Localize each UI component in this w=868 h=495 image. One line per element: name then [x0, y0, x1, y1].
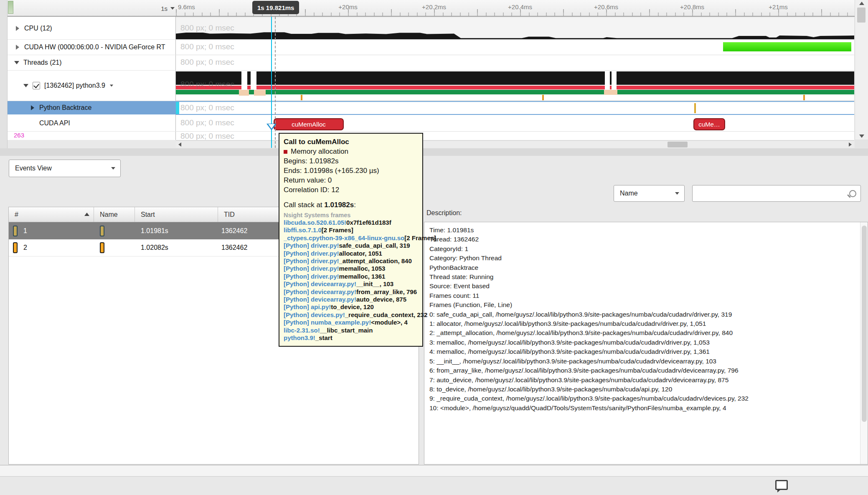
- row-label: CPU (12): [24, 25, 52, 32]
- stack-frame: [Python] devices.py!_require_cuda_contex…: [284, 311, 418, 319]
- tooltip-return: Return value: 0: [284, 175, 418, 185]
- description-label: Description:: [426, 209, 462, 217]
- timeline-zoom-label: 1s: [161, 5, 168, 12]
- stack-frame: [Python] devicearray.py!from_array_like,…: [284, 288, 418, 296]
- description-panel[interactable]: Time: 1.01981s Thread: 1362462 CategoryI…: [424, 222, 868, 465]
- stack-frame: [Python] api.py!to_device, 120: [284, 303, 418, 311]
- bar-gap: [605, 71, 610, 89]
- search-icon[interactable]: [849, 190, 856, 197]
- scrollbar-thumb[interactable]: [857, 8, 865, 23]
- sidebar-row-python-backtrace[interactable]: Python Backtrace: [8, 101, 199, 114]
- row-label: CUDA HW (0000:06:00.0 - NVIDIA GeForce R…: [24, 43, 165, 51]
- filter-field-label: Name: [620, 190, 638, 197]
- scrollbar-thumb[interactable]: [862, 226, 867, 422]
- lane-size-hint: 800 px; 0 msec: [180, 118, 234, 127]
- chevron-down-icon[interactable]: [110, 85, 113, 87]
- stack-frame: [Python] devicearray.py!__init__, 103: [284, 280, 418, 288]
- event-type-icon: [13, 226, 18, 236]
- backtrace-tick[interactable]: [694, 103, 696, 113]
- row-label: CUDA API: [39, 119, 70, 127]
- filter-field-dropdown[interactable]: Name: [614, 185, 685, 202]
- sidebar-row-cpu[interactable]: CPU (12): [8, 18, 184, 40]
- chevron-down-icon[interactable]: [14, 61, 19, 64]
- panel-splitter[interactable]: [0, 148, 868, 156]
- category-color-icon: [284, 150, 287, 154]
- timeline-horizontal-scrollbar[interactable]: [176, 140, 854, 148]
- tooltip-title: Call to cuMemAlloc: [284, 137, 418, 147]
- event-tick[interactable]: [542, 95, 544, 100]
- chevron-right-icon[interactable]: [16, 26, 19, 31]
- chevron-down-icon: [111, 167, 115, 170]
- thread-state-bar-red[interactable]: [176, 86, 854, 89]
- event-type-icon: [100, 226, 104, 236]
- gpu-kernel-bar[interactable]: [723, 42, 851, 51]
- scroll-left-icon[interactable]: [178, 142, 181, 147]
- events-view-label: Events View: [15, 165, 52, 172]
- lane-size-hint: 800 px; 0 msec: [180, 42, 234, 51]
- timeline-vertical-scrollbar[interactable]: [855, 0, 868, 140]
- lane-python-backtrace[interactable]: 800 px; 0 msec: [176, 101, 854, 115]
- chevron-down-icon: [675, 192, 679, 195]
- chevron-down-icon[interactable]: [23, 84, 28, 87]
- sidebar-row-python-thread[interactable]: [1362462] python3.9: [8, 71, 192, 101]
- lane-overflow[interactable]: 800 px; 0 msec: [176, 132, 854, 140]
- tooltip-begins: Begins: 1.01982s: [284, 156, 418, 166]
- nsight-systems-window: 1s 9.6ms +20ms +20.2ms +20.4ms +20.6ms +…: [0, 0, 868, 495]
- cuda-api-event-cumemalloc-2[interactable]: cuMe…: [693, 118, 725, 130]
- description-text: Time: 1.01981s Thread: 1362462 CategoryI…: [429, 226, 851, 413]
- scrollbar-thumb[interactable]: [667, 142, 688, 147]
- scroll-up-icon[interactable]: [859, 2, 864, 5]
- tooltip-frames-source: Nsight Systems frames: [284, 211, 418, 219]
- lane-threads[interactable]: 800 px; 0 msec: [176, 55, 854, 71]
- description-scrollbar[interactable]: [860, 222, 868, 464]
- lane-size-hint: 800 px; 0 msec: [180, 23, 234, 33]
- stack-frame: python3.9!_start: [284, 334, 418, 342]
- lane-cpu[interactable]: 800 px; 0 msec: [176, 18, 854, 40]
- event-tick[interactable]: [301, 95, 302, 100]
- sidebar-row-cuda-hw[interactable]: CUDA HW (0000:06:00.0 - NVIDIA GeForce R…: [8, 40, 184, 55]
- chevron-down-icon: [170, 7, 175, 10]
- column-header-name[interactable]: Name: [94, 207, 135, 222]
- status-bar: [0, 477, 868, 495]
- console-feedback-icon[interactable]: [775, 480, 788, 490]
- stack-frame: [Python] driver.py!memalloc, 1361: [284, 273, 418, 280]
- cuda-api-event-cumemalloc[interactable]: cuMemAlloc: [274, 118, 344, 130]
- thread-state-mark: [604, 90, 617, 95]
- lane-python-thread[interactable]: 800 px; 0 msec: [176, 71, 854, 101]
- stack-frame: _ctypes.cpython-39-x86_64-linux-gnu.so[2…: [284, 234, 418, 242]
- timeline-ruler[interactable]: 1s 9.6ms +20ms +20.2ms +20.4ms +20.6ms +…: [0, 0, 868, 17]
- thread-visibility-checkbox[interactable]: [33, 82, 40, 89]
- timeline-cursor-badge: 1s 19.821ms: [252, 1, 299, 14]
- event-tick[interactable]: [803, 95, 805, 100]
- scroll-right-icon[interactable]: [849, 142, 852, 147]
- sidebar-row-threads[interactable]: Threads (21): [8, 55, 183, 71]
- events-view-dropdown[interactable]: Events View: [9, 160, 121, 177]
- column-header-num[interactable]: #: [9, 207, 94, 222]
- event-tooltip: Call to cuMemAlloc Memory allocation Beg…: [279, 133, 423, 347]
- lane-size-hint: 800 px; 0 msec: [180, 58, 234, 67]
- scroll-down-icon[interactable]: [859, 135, 864, 138]
- timeline-zoom-dropdown[interactable]: 1s: [147, 4, 175, 13]
- lane-size-hint: 800 px; 0 msec: [180, 103, 234, 112]
- lane-size-hint: 800 px; 0 msec: [180, 80, 234, 89]
- thread-state-mark: [254, 90, 266, 96]
- stack-frame: [Python] driver.py!memalloc, 1053: [284, 265, 418, 272]
- event-type-icon: [100, 242, 104, 253]
- chevron-right-icon[interactable]: [31, 105, 34, 110]
- sort-ascending-icon[interactable]: [84, 213, 89, 216]
- stack-frame: [Python] numba_example.py!<module>, 4: [284, 319, 418, 326]
- thread-state-bar-black[interactable]: [176, 71, 854, 85]
- lane-cuda-hw[interactable]: 800 px; 0 msec: [176, 40, 854, 55]
- stack-frame: [Python] devicearray.py!auto_device, 875: [284, 296, 418, 303]
- lane-cuda-api[interactable]: 800 px; 0 msec cuMemAlloc cuMe…: [176, 115, 854, 132]
- thread-state-mark: [239, 90, 249, 96]
- thread-state-bar-green[interactable]: [176, 90, 854, 94]
- events-search-input[interactable]: [692, 185, 861, 202]
- event-count-label: 263: [14, 132, 24, 139]
- left-gutter: [0, 0, 8, 148]
- status-strip: [0, 465, 868, 477]
- selection-strip: [176, 102, 179, 114]
- cpu-utilization-chart: [176, 31, 854, 40]
- chevron-right-icon[interactable]: [16, 45, 19, 50]
- column-header-start[interactable]: Start: [135, 207, 218, 222]
